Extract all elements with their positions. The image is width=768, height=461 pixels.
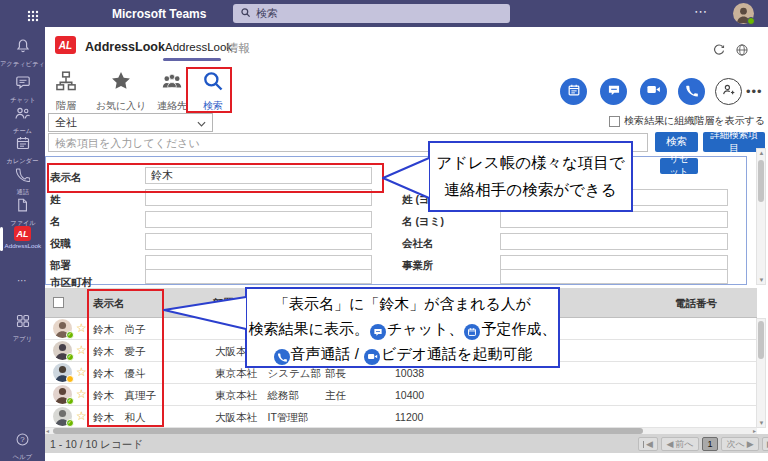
chat-icon — [15, 74, 31, 94]
select-all-checkbox[interactable] — [53, 297, 64, 308]
last-page-button[interactable]: ▶ — [762, 437, 768, 451]
add-contact-button[interactable] — [715, 78, 742, 105]
chat-button[interactable] — [600, 78, 627, 105]
sidebar-item-apps[interactable]: アプリ — [0, 313, 45, 344]
favorite-star-icon[interactable]: ☆ — [76, 365, 87, 379]
sidebar-item-help[interactable]: ? ヘルプ — [0, 432, 45, 461]
phone-icon — [685, 83, 698, 101]
cell-dept: 東京本社 総務部 — [215, 389, 299, 403]
favorite-star-icon[interactable]: ☆ — [76, 387, 87, 401]
col-header-name: 表示名 — [93, 297, 125, 311]
favorite-star-icon[interactable]: ☆ — [76, 321, 87, 335]
record-count: 1 - 10 / 10 レコード — [50, 438, 143, 452]
presence-status-dot — [747, 17, 755, 25]
lastname-input[interactable] — [145, 189, 372, 206]
field-label-firstname: 名 — [50, 215, 61, 229]
sidebar-item-more[interactable]: ⋯ — [0, 275, 45, 286]
hierarchy-checkbox[interactable] — [609, 116, 620, 127]
presence-badge — [66, 397, 74, 405]
scope-value: 全社 — [55, 115, 77, 130]
cell-dept: 東京本社 システム部 — [215, 367, 321, 381]
next-page-button[interactable]: 次へ▶ — [721, 437, 759, 451]
next-icon: ▶ — [747, 439, 754, 449]
sidebar-item-calls[interactable]: 通話 — [0, 167, 45, 197]
current-page-button[interactable]: 1 — [702, 437, 718, 451]
help-icon: ? — [15, 432, 30, 451]
chat-icon — [370, 324, 386, 340]
audio-call-button[interactable] — [678, 78, 705, 105]
first-page-button[interactable]: ◀ — [638, 437, 658, 451]
results-footer — [45, 434, 768, 453]
scope-select[interactable]: 全社 — [48, 113, 213, 132]
cell-title: 部長 — [325, 367, 346, 381]
extra-input[interactable] — [500, 269, 728, 284]
cell-ext: 10038 — [395, 367, 424, 379]
sidebar-item-addresslook[interactable]: AL AddressLook — [0, 226, 45, 249]
actions-more-icon[interactable]: ••• — [746, 84, 763, 99]
apps-icon — [15, 313, 31, 333]
teams-icon — [14, 105, 31, 125]
field-label-office: 事業所 — [402, 259, 434, 273]
video-call-button[interactable] — [640, 78, 667, 105]
person-add-icon — [721, 82, 736, 101]
toolbar-favorites[interactable]: お気に入り — [93, 70, 149, 113]
result-row-4[interactable]: ☆ 鈴木 真理子 東京本社 総務部 主任 10400 — [45, 384, 757, 406]
search-icon — [240, 7, 251, 20]
tab-info[interactable]: 情報 — [227, 41, 250, 56]
firstname-input[interactable] — [145, 211, 372, 228]
callout-search-results: 「表示名」に「鈴木」が含まれる人が 検索結果に表示。チャット、予定作成、 音声通… — [245, 287, 560, 368]
topbar-more-icon[interactable]: ⋯ — [694, 4, 708, 19]
more-icon: ⋯ — [17, 275, 28, 286]
sidebar-item-calendar[interactable]: カレンダー — [0, 135, 45, 166]
calendar-icon — [567, 83, 581, 101]
app-header-title: AddressLook — [85, 40, 165, 54]
video-icon — [646, 82, 661, 101]
create-meeting-button[interactable] — [560, 78, 587, 105]
refresh-icon[interactable] — [712, 43, 726, 61]
field-label-company: 会社名 — [402, 237, 434, 251]
tab-addresslook[interactable]: AddressLook — [165, 41, 232, 53]
table-scrollbar[interactable]: ▼ — [756, 318, 766, 428]
phone-icon — [15, 167, 30, 186]
cell-dept: 大阪本社 IT管理部 — [215, 411, 308, 425]
presence-badge — [66, 353, 74, 361]
presence-badge — [66, 375, 74, 383]
favorite-star-icon[interactable]: ☆ — [76, 409, 87, 423]
callout-search-fields: アドレス帳の様々な項目で 連絡相手の検索ができる — [428, 141, 633, 212]
cell-ext: 11200 — [395, 411, 423, 423]
company-input[interactable] — [500, 233, 728, 250]
video-icon — [364, 349, 380, 365]
toolbar-search[interactable]: 検索 — [185, 70, 241, 113]
bell-icon — [15, 38, 31, 58]
app-title: Microsoft Teams — [112, 7, 206, 21]
addresslook-icon: AL — [14, 226, 31, 241]
waffle-menu-icon[interactable] — [27, 8, 39, 20]
toolbar-hierarchy[interactable]: 階層 — [38, 70, 94, 113]
sidebar-item-files[interactable]: ファイル — [0, 197, 45, 228]
field-label-displayname: 表示名 — [50, 171, 82, 185]
favorite-star-icon[interactable]: ☆ — [76, 343, 87, 357]
jobtitle-input[interactable] — [145, 233, 372, 250]
star-icon — [110, 70, 132, 96]
firstname-kana-input[interactable] — [500, 211, 728, 228]
globe-icon[interactable] — [735, 43, 749, 61]
city-input[interactable] — [145, 269, 372, 284]
search-button[interactable]: 検索 — [655, 132, 698, 152]
teams-search-box[interactable]: 検索 — [233, 4, 510, 23]
teams-top-bar: Microsoft Teams 検索 ⋯ — [0, 0, 768, 27]
form-scrollbar[interactable]: ▲ ▼ — [756, 148, 766, 285]
field-label-jobtitle: 役職 — [50, 237, 71, 251]
file-icon — [15, 197, 30, 217]
calendar-icon — [15, 135, 31, 155]
teams-search-placeholder: 検索 — [256, 6, 278, 21]
prev-page-button[interactable]: ◀前へ — [661, 437, 699, 451]
reset-button[interactable]: リセット — [660, 158, 698, 174]
search-icon — [202, 70, 224, 96]
result-row-5[interactable]: ☆ 鈴木 和人 大阪本社 IT管理部 11200 — [45, 406, 757, 428]
cell-name: 鈴木 和人 — [93, 411, 146, 425]
sidebar-item-activity[interactable]: アクティビティ — [0, 38, 45, 69]
phone-icon — [274, 349, 290, 365]
displayname-input[interactable] — [145, 167, 372, 184]
active-tab-indicator — [163, 58, 221, 61]
cell-name: 鈴木 愛子 — [93, 345, 146, 359]
